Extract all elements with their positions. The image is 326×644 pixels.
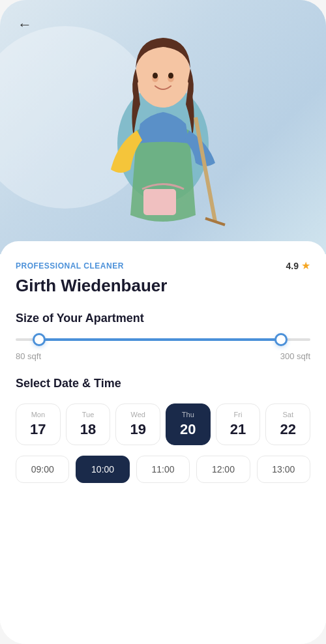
date-day-label: Fri [234,411,243,418]
time-item-0900[interactable]: 09:00 [16,456,69,483]
date-item-wed19[interactable]: Wed 19 [115,403,160,445]
date-num: 17 [30,421,46,438]
rating-value: 4.9 [286,261,299,271]
date-scroll-row: Mon 17 Tue 18 Wed 19 Thu 20 Fri 21 [16,403,310,445]
date-day-label: Sat [282,411,293,418]
header-row: PROFESSIONAL CLEANER 4.9 ★ [16,259,310,272]
back-button[interactable]: ← [13,13,37,37]
cleaner-illustration [59,13,267,254]
content-card: PROFESSIONAL CLEANER 4.9 ★ Girth Wiedenb… [0,241,326,644]
date-num: 19 [130,421,145,438]
back-arrow-icon: ← [18,16,32,33]
date-section-title: Select Date & Time [16,377,310,390]
slider-labels: 80 sqft 300 sqft [16,351,310,361]
star-icon: ★ [301,259,310,272]
rating-container: 4.9 ★ [286,259,310,272]
apartment-section-title: Size of Your Apartment [16,312,310,325]
date-item-thu20[interactable]: Thu 20 [166,403,211,445]
time-item-1100[interactable]: 11:00 [136,456,190,483]
slider-thumb-right[interactable] [274,333,288,346]
date-item-sat22[interactable]: Sat 22 [265,403,310,445]
date-day-label: Wed [130,411,145,418]
slider-min-label: 80 sqft [16,351,41,361]
time-item-1300[interactable]: 13:00 [257,456,310,483]
slider-max-label: 300 sqft [280,351,310,361]
date-day-label: Thu [182,411,194,418]
slider-track [16,338,310,341]
hero-section: ← [0,0,326,254]
slider-fill [39,338,281,341]
slider-thumb-left[interactable] [33,333,46,346]
time-item-1000[interactable]: 10:00 [76,456,129,483]
svg-rect-6 [143,189,176,215]
date-item-fri21[interactable]: Fri 21 [216,403,261,445]
svg-point-5 [168,73,173,79]
time-item-1200[interactable]: 12:00 [196,456,250,483]
date-item-tue18[interactable]: Tue 18 [66,403,111,445]
date-time-section: Select Date & Time Mon 17 Tue 18 Wed 19 … [16,377,310,483]
date-day-label: Tue [82,411,95,418]
cleaner-name: Girth Wiedenbauer [16,276,310,296]
date-num: 18 [80,421,96,438]
svg-point-4 [153,73,158,79]
date-day-label: Mon [31,411,45,418]
apartment-slider[interactable]: 80 sqft 300 sqft [16,338,310,361]
date-num: 21 [230,421,246,438]
date-item-mon17[interactable]: Mon 17 [16,403,61,445]
time-scroll-row: 09:00 10:00 11:00 12:00 13:00 [16,456,310,483]
date-num: 20 [180,421,196,438]
date-num: 22 [280,421,295,438]
professional-tag: PROFESSIONAL CLEANER [16,261,124,271]
app-container: ← PROFESSIONAL CLEANER 4.9 ★ Girth Wiede… [0,0,326,644]
